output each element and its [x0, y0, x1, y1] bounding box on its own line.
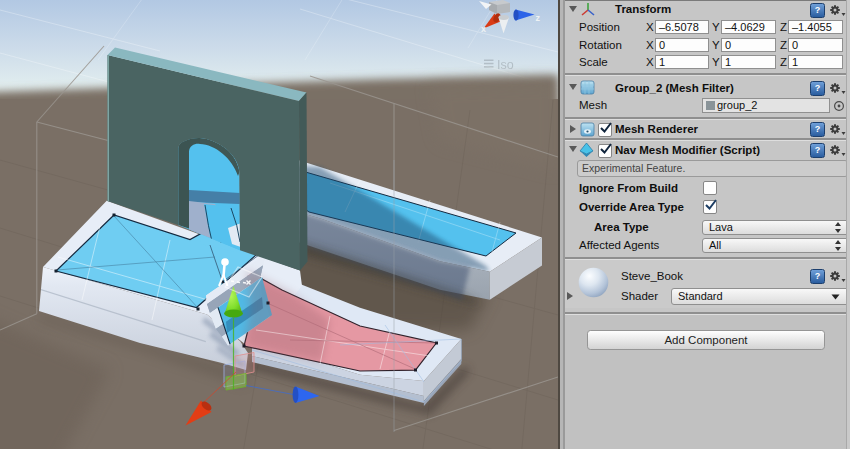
svg-text:z: z [536, 13, 541, 23]
svg-text:x: x [481, 24, 486, 34]
svg-text:Iso: Iso [497, 58, 514, 72]
